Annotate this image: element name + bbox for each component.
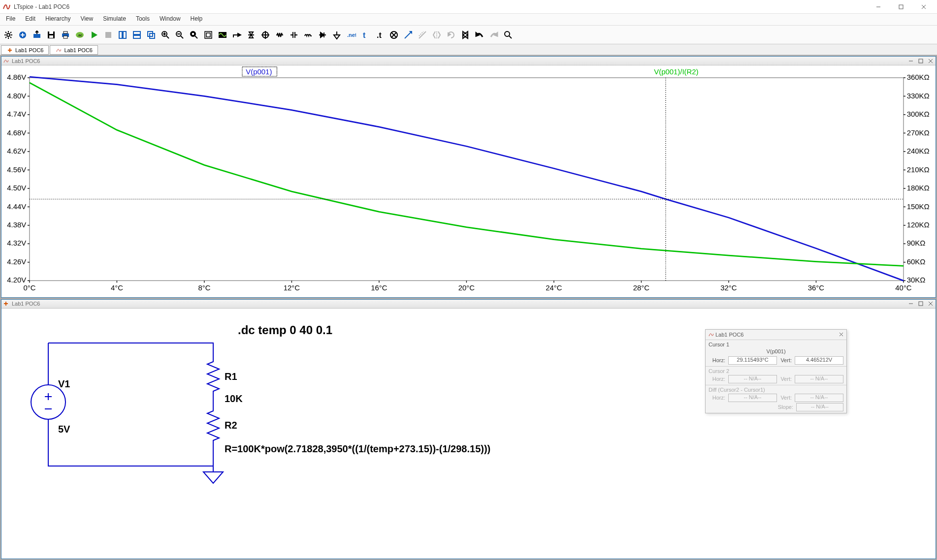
svg-rect-78 [9,48,10,52]
tab-plot[interactable]: Lab1 POC6 [50,45,97,55]
toolbar-step-icon[interactable] [230,28,244,42]
svg-text:4.50V: 4.50V [7,184,26,192]
svg-rect-83 [30,78,904,280]
toolbar-zoom-in-icon[interactable] [159,28,172,42]
menu-edit[interactable]: Edit [20,14,40,25]
svg-text:4.86V: 4.86V [7,73,26,81]
toolbar-redo-icon[interactable] [487,28,501,42]
toolbar-settings-icon[interactable] [1,28,15,42]
toolbar-drag-icon[interactable] [416,28,429,42]
svg-text:4.68V: 4.68V [7,128,26,136]
svg-rect-1 [899,5,903,9]
toolbar-zoom-full-icon[interactable] [187,28,201,42]
svg-line-12 [5,37,6,38]
toolbar-move-icon[interactable] [401,28,415,42]
toolbar-save-icon[interactable] [44,28,58,42]
toolbar-new-icon[interactable] [16,28,30,42]
r1-value[interactable]: 10K [225,393,243,404]
schematic-canvas[interactable]: V1 5V R1 10K R2 R=100K*pow(2.71828,3950*… [1,309,936,559]
toolbar-text-icon[interactable]: t [358,28,372,42]
cursor1-vert[interactable]: 4.465212V [795,356,843,365]
svg-rect-27 [119,31,122,38]
close-button[interactable] [912,0,935,14]
svg-text:300KΩ: 300KΩ [907,110,930,118]
plot-pane-header[interactable]: Lab1 POC6 [1,57,936,65]
svg-text:16°C: 16°C [371,283,387,292]
plot-icon [3,59,10,63]
toolbar-resistor-icon[interactable] [273,28,287,42]
r2-value[interactable]: R=100K*pow(2.71828,3950*((1/(temp+273.15… [225,443,490,454]
toolbar-tile-v-icon[interactable] [130,28,144,42]
toolbar-autorange-icon[interactable] [201,28,215,42]
tab-schematic[interactable]: Lab1 POC6 [1,45,49,55]
cursor-window[interactable]: Lab1 POC6 Cursor 1 V(p001) Horz: 29.1154… [705,329,847,413]
svg-text:360KΩ: 360KΩ [907,73,930,81]
menu-view[interactable]: View [75,14,98,25]
close-icon[interactable] [839,332,843,337]
svg-text:4.44V: 4.44V [7,202,26,210]
toolbar-copy-icon[interactable] [458,28,472,42]
v1-name[interactable]: V1 [58,378,70,389]
svg-rect-162 [919,302,923,306]
toolbar-tile-h-icon[interactable] [116,28,129,42]
pane-close-button[interactable] [926,57,936,65]
toolbar-spice-text-icon[interactable]: .t [373,28,387,42]
toolbar-net-label-icon[interactable]: .net [344,28,358,42]
menu-file[interactable]: File [1,14,20,25]
toolbar-target-icon[interactable] [258,28,272,42]
svg-text:40°C: 40°C [895,283,911,292]
schematic-pane: Lab1 POC6 [1,299,936,559]
svg-text:120KΩ: 120KΩ [907,220,930,229]
schematic-pane-header[interactable]: Lab1 POC6 [1,300,936,309]
pane-max-button[interactable] [916,300,926,308]
v1-value[interactable]: 5V [58,424,70,435]
toolbar-undo-icon[interactable] [473,28,486,42]
svg-rect-22 [64,36,67,38]
menu-help[interactable]: Help [186,14,208,25]
svg-rect-28 [123,31,126,38]
minimize-button[interactable] [867,0,890,14]
toolbar-cascade-icon[interactable] [144,28,158,42]
toolbar-mark-icon[interactable] [244,28,258,42]
toolbar-sine-icon[interactable] [216,28,229,42]
menu-window[interactable]: Window [155,14,186,25]
svg-text:60KΩ: 60KΩ [907,257,926,266]
pane-close-button[interactable] [926,300,936,308]
plot-area[interactable]: 4.86V4.80V4.74V4.68V4.62V4.56V4.50V4.44V… [1,65,936,297]
svg-rect-21 [64,31,67,33]
cursor-window-title[interactable]: Lab1 POC6 [706,330,846,340]
pane-max-button[interactable] [916,57,926,65]
menu-hierarchy[interactable]: Hierarchy [40,14,75,25]
toolbar-capacitor-icon[interactable] [287,28,301,42]
maximize-button[interactable] [890,0,912,14]
toolbar-open-icon[interactable] [30,28,44,42]
toolbar: .ac .net t .t [0,26,937,44]
svg-text:180KΩ: 180KΩ [907,184,930,192]
r2-name[interactable]: R2 [225,420,237,431]
toolbar-nc-icon[interactable] [387,28,401,42]
toolbar-diode-icon[interactable] [316,28,329,42]
svg-point-4 [7,33,10,36]
horz-label: Horz: [709,357,728,363]
pane-min-button[interactable] [906,300,916,308]
toolbar-run-icon[interactable] [87,28,101,42]
toolbar-mirror-icon[interactable] [430,28,444,42]
menu-tools[interactable]: Tools [131,14,155,25]
pane-min-button[interactable] [906,57,916,65]
r1-name[interactable]: R1 [225,371,237,382]
toolbar-zoom-out-icon[interactable] [173,28,187,42]
app-icon [2,2,11,11]
toolbar-stop-icon[interactable] [101,28,115,42]
menu-simulate[interactable]: Simulate [98,14,131,25]
toolbar-inductor-icon[interactable] [301,28,315,42]
cursor1-horz[interactable]: 29.115493°C [728,356,777,365]
toolbar-print-icon[interactable] [59,28,72,42]
toolbar-ground-icon[interactable] [330,28,344,42]
cursor-trace: V(p001) [709,347,843,355]
toolbar-log-icon[interactable]: .ac [73,28,87,42]
toolbar-find-icon[interactable] [501,28,515,42]
svg-text:.ac: .ac [77,33,83,37]
svg-line-41 [195,36,197,38]
dc-directive[interactable]: .dc temp 0 40 0.1 [238,323,332,337]
toolbar-rotate-icon[interactable] [444,28,458,42]
